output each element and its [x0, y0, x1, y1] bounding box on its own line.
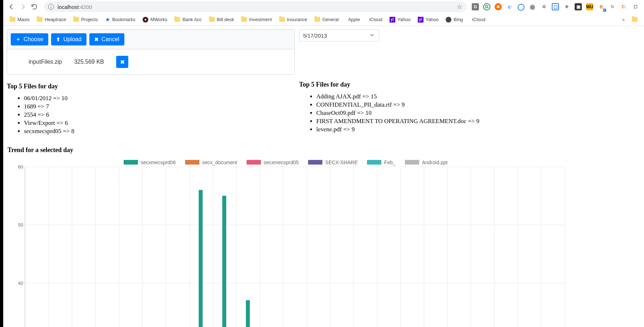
back-button[interactable]	[7, 2, 16, 11]
bookmark-item[interactable]: Apple	[346, 17, 360, 22]
legend-label: Android.ppt	[422, 160, 448, 165]
ext-icon[interactable]: ◉	[529, 3, 536, 10]
bookmark-item[interactable]: iCloud	[470, 17, 485, 22]
choose-button[interactable]: ＋Choose	[11, 33, 48, 45]
bookmark-item[interactable]: Bing	[446, 17, 463, 23]
bookmark-item[interactable]: ★Bookmarks	[105, 16, 135, 23]
bookmarks-overflow[interactable]: »	[622, 17, 625, 22]
legend-label: secx_document	[202, 160, 237, 165]
bookmark-item[interactable]: MWorks	[143, 17, 167, 23]
ext-icon[interactable]: ↻	[609, 3, 616, 10]
legend-label: secxmecsprd05	[264, 160, 299, 165]
date-dropdown[interactable]: 5/17/2013	[299, 29, 379, 42]
close-icon: ✖	[94, 36, 99, 42]
bookmark-item[interactable]: Maxis	[10, 17, 30, 22]
chart-y-axis: 605040	[11, 167, 23, 327]
bookmark-item[interactable]	[632, 17, 638, 22]
bookmark-item[interactable]: Heaptrace	[37, 17, 66, 22]
bookmark-label: Apple	[348, 17, 360, 22]
bookmark-label: Bill desk	[217, 17, 234, 22]
browser-toolbar: i localhost:4200 ☆ G G ✖ ◐ ◯ ◉ ♻ ▢ ⁜ ▣ W…	[3, 0, 644, 14]
upload-button[interactable]: ⬆Upload	[51, 33, 86, 45]
bookmark-icon	[37, 17, 43, 22]
ext-icon[interactable]: ◐	[506, 3, 513, 10]
y-axis-tick: 50	[18, 222, 23, 228]
bookmark-label: iCloud	[472, 17, 485, 22]
ext-icon[interactable]: ▣	[575, 3, 582, 10]
bookmark-icon	[209, 17, 215, 22]
file-size: 325.569 KB	[74, 59, 104, 65]
ext-icon[interactable]: C:	[620, 3, 628, 10]
bookmark-label: Bookmarks	[112, 17, 135, 22]
legend-item[interactable]: Feb_	[367, 160, 396, 165]
bookmarks-bar: MaxisHeaptraceProjects★BookmarksMWorksBa…	[3, 14, 644, 26]
chevron-down-icon	[369, 32, 375, 39]
bookmark-label: Bing	[454, 17, 463, 22]
bookmark-item[interactable]: y!Yahoo	[418, 17, 439, 23]
ext-icon[interactable]: ◯	[517, 3, 525, 10]
trend-heading: Trend for a selected day	[8, 146, 640, 154]
bookmark-item[interactable]: Bank Acc	[174, 17, 202, 22]
bookmark-label: iCloud	[369, 17, 382, 22]
bookmark-label: Heaptrace	[45, 17, 66, 22]
legend-item[interactable]: Android.ppt	[405, 160, 448, 165]
list-item: secxmecsprd05 => 8	[24, 127, 295, 136]
bookmark-item[interactable]: iCloud	[367, 17, 382, 22]
bookmark-item[interactable]: General	[314, 17, 339, 22]
list-item: ChaseOct09.pdf => 10	[316, 109, 640, 117]
legend-label: Feb_	[384, 160, 396, 165]
chart-legend: secxmecsprd06secx_documentsecxmecsprd05S…	[7, 160, 564, 165]
bookmark-item[interactable]: Insurance	[279, 17, 307, 22]
remove-file-button[interactable]: ✖	[116, 56, 128, 68]
bookmark-item[interactable]: Investment	[241, 17, 272, 22]
file-uploader: ＋Choose ⬆Upload ✖Cancel inputFiles.zip 3…	[7, 29, 295, 75]
chart-bar	[246, 300, 250, 327]
top5-left-list: 06/01/2012 => 101689 => 72554 => 6View/E…	[7, 94, 295, 136]
ext-icon[interactable]: ♻	[540, 3, 548, 10]
bookmark-icon	[143, 17, 148, 23]
list-item: 06/01/2012 => 10	[24, 94, 295, 103]
list-item: levene.pdf => 9	[316, 126, 640, 134]
page-content: ＋Choose ⬆Upload ✖Cancel inputFiles.zip 3…	[3, 26, 644, 327]
upload-icon: ⬆	[56, 36, 60, 42]
legend-swatch	[185, 160, 199, 165]
legend-label: SECX-SHARE	[325, 160, 358, 165]
list-item: View/Export => 6	[24, 119, 295, 127]
bookmark-icon	[73, 17, 79, 22]
extension-icons: G G ✖ ◐ ◯ ◉ ♻ ▢ ⁜ ▣ WU ⎘1 ↻ C: ☐	[472, 3, 640, 10]
legend-item[interactable]: secx_document	[185, 160, 237, 165]
bookmark-label: Projects	[81, 17, 98, 22]
bookmark-icon: y!	[390, 17, 395, 23]
address-bar[interactable]: i localhost:4200 ☆	[44, 1, 467, 12]
close-icon: ✖	[120, 59, 125, 65]
ext-icon[interactable]: ✖	[495, 3, 502, 10]
bookmark-icon	[446, 17, 451, 23]
ext-icon[interactable]: G	[483, 3, 490, 10]
file-name: inputFiles.zip	[29, 59, 62, 65]
forward-button[interactable]	[18, 2, 28, 11]
bookmark-label: Yahoo	[397, 17, 411, 22]
bookmark-label: General	[322, 17, 339, 22]
y-axis-tick: 60	[18, 164, 23, 169]
cancel-button[interactable]: ✖Cancel	[89, 33, 124, 45]
legend-item[interactable]: SECX-SHARE	[308, 160, 358, 165]
ext-icon[interactable]: ⁜	[563, 3, 570, 10]
ext-icon[interactable]: WU	[586, 3, 593, 10]
legend-item[interactable]: secxmecsprd06	[124, 160, 176, 165]
ext-icon[interactable]: ▢	[552, 3, 559, 10]
ext-icon[interactable]: ☐	[632, 3, 639, 10]
list-item: FIRST AMENDMENT TO OPERATING AGREEMENT.d…	[316, 117, 640, 126]
star-icon[interactable]: ☆	[457, 3, 462, 11]
bookmark-item[interactable]: Projects	[73, 17, 98, 22]
site-info-icon[interactable]: i	[48, 4, 54, 10]
legend-item[interactable]: secxmecsprd05	[247, 160, 299, 165]
bookmark-item[interactable]: y!Yahoo	[390, 17, 411, 23]
ext-icon[interactable]: G	[472, 3, 479, 10]
url-text: localhost:4200	[58, 4, 92, 10]
ext-icon[interactable]: ⎘1	[598, 3, 605, 10]
chart-bars	[25, 167, 564, 327]
plus-icon: ＋	[16, 36, 21, 43]
reload-button[interactable]	[30, 2, 39, 11]
bookmark-item[interactable]: Bill desk	[209, 17, 234, 22]
legend-swatch	[308, 160, 322, 165]
